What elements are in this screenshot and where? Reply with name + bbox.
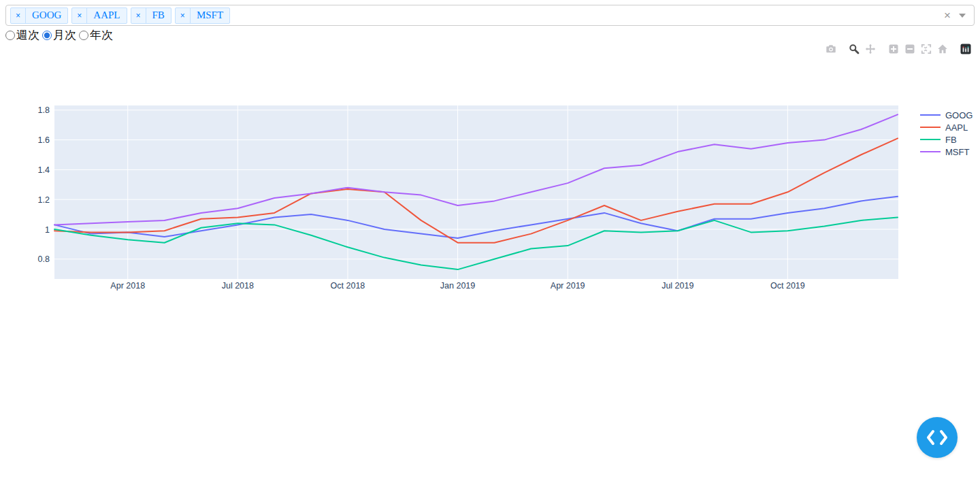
y-tick-label: 0.8 bbox=[38, 254, 50, 264]
selected-ticker-chip-goog: ×GOOG bbox=[10, 7, 68, 24]
x-tick-label: Jan 2019 bbox=[440, 281, 475, 291]
y-tick-label: 1.2 bbox=[38, 195, 50, 205]
remove-ticker-icon[interactable]: × bbox=[11, 8, 26, 23]
radio-label-monthly: 月次 bbox=[53, 27, 76, 43]
legend-line-swatch bbox=[920, 114, 941, 116]
x-tick-label: Apr 2018 bbox=[110, 281, 145, 291]
ticker-chip-label: AAPL bbox=[87, 8, 126, 23]
x-axis-tick-labels: Apr 2018Jul 2018Oct 2018Jan 2019Apr 2019… bbox=[110, 281, 804, 291]
radio-label-yearly: 年次 bbox=[90, 27, 113, 43]
legend-label: MSFT bbox=[945, 147, 969, 157]
selected-ticker-chip-aapl: ×AAPL bbox=[71, 7, 127, 24]
dropdown-controls: × bbox=[944, 10, 970, 21]
y-tick-label: 1 bbox=[45, 225, 50, 235]
reset-home-icon[interactable] bbox=[937, 44, 948, 54]
ticker-multiselect-dropdown[interactable]: ×GOOG×AAPL×FB×MSFT × bbox=[5, 5, 975, 26]
x-tick-label: Oct 2019 bbox=[770, 281, 805, 291]
legend-line-swatch bbox=[920, 127, 941, 128]
x-tick-label: Oct 2018 bbox=[331, 281, 365, 291]
legend-line-swatch bbox=[920, 139, 941, 140]
radio-option-weekly[interactable]: 週次 bbox=[5, 27, 39, 43]
radio-yearly[interactable] bbox=[79, 31, 88, 40]
x-tick-label: Jul 2019 bbox=[662, 281, 693, 291]
chart-area: 0.811.21.41.61.8Apr 2018Jul 2018Oct 2018… bbox=[0, 88, 980, 299]
x-tick-label: Jul 2018 bbox=[222, 281, 254, 291]
zoom-out-icon[interactable] bbox=[904, 44, 915, 54]
radio-weekly[interactable] bbox=[5, 31, 15, 40]
radio-option-yearly[interactable]: 年次 bbox=[79, 27, 113, 43]
selected-ticker-chip-fb: ×FB bbox=[131, 7, 172, 24]
legend-item-goog[interactable]: GOOG bbox=[920, 109, 973, 121]
plotly-modebar bbox=[820, 44, 971, 54]
plot-background bbox=[54, 105, 898, 279]
radio-monthly[interactable] bbox=[42, 31, 52, 40]
ticker-chip-label: FB bbox=[146, 8, 171, 23]
legend-label: GOOG bbox=[945, 110, 973, 120]
pan-icon[interactable] bbox=[865, 44, 876, 54]
zoom-icon[interactable] bbox=[849, 44, 860, 54]
app-root: ×GOOG×AAPL×FB×MSFT × 週次月次年次 0.811.21.41.… bbox=[0, 0, 980, 479]
legend-item-msft[interactable]: MSFT bbox=[920, 146, 973, 158]
frequency-radio-group: 週次月次年次 bbox=[5, 27, 116, 43]
legend-item-aapl[interactable]: AAPL bbox=[920, 121, 973, 133]
radio-label-weekly: 週次 bbox=[16, 27, 39, 43]
y-tick-label: 1.4 bbox=[38, 165, 50, 175]
chevron-down-icon[interactable] bbox=[959, 14, 966, 18]
selected-ticker-chip-msft: ×MSFT bbox=[175, 7, 230, 24]
radio-option-monthly[interactable]: 月次 bbox=[42, 27, 76, 43]
chart-legend: GOOGAAPLFBMSFT bbox=[920, 109, 973, 158]
legend-label: FB bbox=[945, 135, 957, 145]
camera-icon[interactable] bbox=[826, 44, 836, 54]
y-axis-tick-labels: 0.811.21.41.61.8 bbox=[38, 105, 50, 264]
y-tick-label: 1.8 bbox=[38, 105, 50, 115]
dash-debug-menu-button[interactable] bbox=[917, 417, 958, 458]
legend-line-swatch bbox=[920, 151, 941, 152]
legend-item-fb[interactable]: FB bbox=[920, 133, 973, 146]
y-tick-label: 1.6 bbox=[38, 135, 50, 145]
autoscale-icon[interactable] bbox=[921, 44, 932, 54]
code-icon bbox=[926, 429, 949, 446]
remove-ticker-icon[interactable]: × bbox=[131, 8, 146, 23]
stock-line-chart[interactable]: 0.811.21.41.61.8Apr 2018Jul 2018Oct 2018… bbox=[0, 88, 980, 299]
remove-ticker-icon[interactable]: × bbox=[72, 8, 87, 23]
zoom-in-icon[interactable] bbox=[888, 44, 899, 54]
plotly-logo-icon[interactable] bbox=[960, 44, 971, 54]
selected-ticker-chips: ×GOOG×AAPL×FB×MSFT bbox=[10, 7, 944, 24]
ticker-chip-label: MSFT bbox=[191, 8, 229, 23]
clear-all-icon[interactable]: × bbox=[944, 10, 951, 21]
legend-label: AAPL bbox=[945, 122, 968, 133]
x-tick-label: Apr 2019 bbox=[551, 281, 585, 291]
ticker-chip-label: GOOG bbox=[26, 8, 67, 23]
remove-ticker-icon[interactable]: × bbox=[176, 8, 191, 23]
